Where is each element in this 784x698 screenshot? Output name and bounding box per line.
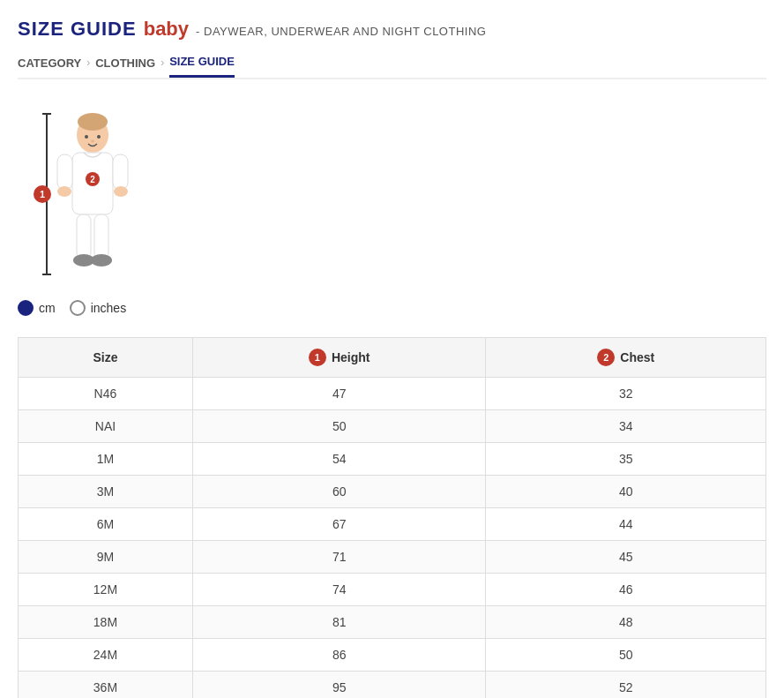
- breadcrumb-sep-1: ›: [86, 56, 90, 76]
- cell-height: 95: [192, 672, 486, 699]
- table-row: 6M 67 44: [19, 508, 766, 541]
- cell-height: 71: [192, 541, 486, 574]
- bracket-bottom-tick: [42, 274, 51, 275]
- cell-chest: 40: [486, 476, 766, 508]
- badge-1-height: 1: [34, 185, 51, 203]
- badge-1-icon: 1: [34, 185, 51, 203]
- cell-size: 6M: [19, 508, 193, 541]
- svg-point-5: [57, 186, 71, 197]
- breadcrumb-clothing[interactable]: CLOTHING: [95, 56, 155, 77]
- table-row: 36M 95 52: [19, 672, 766, 699]
- inches-radio[interactable]: [70, 300, 86, 316]
- figure-container: 1: [18, 106, 159, 282]
- unit-selector: cm inches: [18, 300, 766, 316]
- table-row: 12M 74 46: [19, 574, 766, 606]
- table-row: N46 47 32: [19, 378, 766, 410]
- cell-size: N46: [19, 378, 193, 410]
- svg-point-12: [97, 135, 101, 139]
- cell-chest: 34: [486, 410, 766, 443]
- svg-text:2: 2: [90, 175, 95, 184]
- cell-chest: 48: [486, 606, 766, 639]
- size-table: Size 1 Height 2 Chest N46 47: [18, 337, 766, 698]
- cell-chest: 46: [486, 574, 766, 606]
- baby-figure: 2: [53, 110, 132, 278]
- table-row: 3M 60 40: [19, 476, 766, 508]
- svg-point-1: [78, 113, 108, 131]
- title-subtitle: - DAYWEAR, UNDERWEAR AND NIGHT CLOTHING: [196, 25, 486, 38]
- svg-point-11: [85, 135, 88, 139]
- cell-size: 12M: [19, 574, 193, 606]
- cell-size: 1M: [19, 443, 193, 476]
- table-row: 1M 54 35: [19, 443, 766, 476]
- cell-size: 24M: [19, 639, 193, 672]
- cm-radio[interactable]: [18, 300, 34, 316]
- cell-chest: 35: [486, 443, 766, 476]
- page-title-row: SIZE GUIDE baby - DAYWEAR, UNDERWEAR AND…: [18, 18, 766, 41]
- inches-label: inches: [91, 301, 126, 315]
- cell-chest: 45: [486, 541, 766, 574]
- cell-chest: 52: [486, 672, 766, 699]
- col-header-size: Size: [19, 338, 193, 378]
- cell-height: 50: [192, 410, 486, 443]
- cell-height: 86: [192, 639, 486, 672]
- cell-height: 60: [192, 476, 486, 508]
- cell-size: NAI: [19, 410, 193, 443]
- svg-rect-3: [57, 154, 72, 190]
- breadcrumb-size-guide[interactable]: SIZE GUIDE: [169, 55, 235, 78]
- table-row: 9M 71 45: [19, 541, 766, 574]
- cell-height: 47: [192, 378, 486, 410]
- title-size-guide: SIZE GUIDE: [18, 18, 137, 41]
- cell-height: 81: [192, 606, 486, 639]
- cell-chest: 50: [486, 639, 766, 672]
- cell-size: 36M: [19, 672, 193, 699]
- svg-rect-8: [94, 214, 108, 259]
- cell-height: 67: [192, 508, 486, 541]
- breadcrumb-category[interactable]: CATEGORY: [18, 56, 81, 77]
- figure-area: 1: [18, 106, 766, 282]
- svg-point-6: [114, 186, 128, 197]
- chest-badge: 2: [597, 349, 615, 366]
- col-header-height: 1 Height: [192, 338, 486, 378]
- table-body: N46 47 32 NAI 50 34 1M 54 35 3M 60 40 6M…: [19, 378, 766, 699]
- cm-option[interactable]: cm: [18, 300, 56, 316]
- title-baby: baby: [144, 18, 189, 41]
- cell-height: 74: [192, 574, 486, 606]
- svg-rect-7: [77, 214, 91, 259]
- svg-rect-4: [113, 154, 128, 190]
- svg-point-13: [91, 140, 94, 143]
- table-row: 24M 86 50: [19, 639, 766, 672]
- breadcrumb: CATEGORY › CLOTHING › SIZE GUIDE: [18, 55, 766, 79]
- table-row: 18M 81 48: [19, 606, 766, 639]
- page-container: SIZE GUIDE baby - DAYWEAR, UNDERWEAR AND…: [0, 0, 784, 698]
- cm-label: cm: [39, 301, 56, 315]
- inches-option[interactable]: inches: [70, 300, 126, 316]
- cell-chest: 44: [486, 508, 766, 541]
- table-row: NAI 50 34: [19, 410, 766, 443]
- col-header-chest: 2 Chest: [486, 338, 766, 378]
- svg-point-10: [91, 254, 112, 266]
- height-badge: 1: [309, 349, 326, 366]
- cell-size: 18M: [19, 606, 193, 639]
- table-header-row: Size 1 Height 2 Chest: [19, 338, 766, 378]
- cell-size: 3M: [19, 476, 193, 508]
- cell-height: 54: [192, 443, 486, 476]
- cell-chest: 32: [486, 378, 766, 410]
- breadcrumb-sep-2: ›: [161, 56, 164, 76]
- cell-size: 9M: [19, 541, 193, 574]
